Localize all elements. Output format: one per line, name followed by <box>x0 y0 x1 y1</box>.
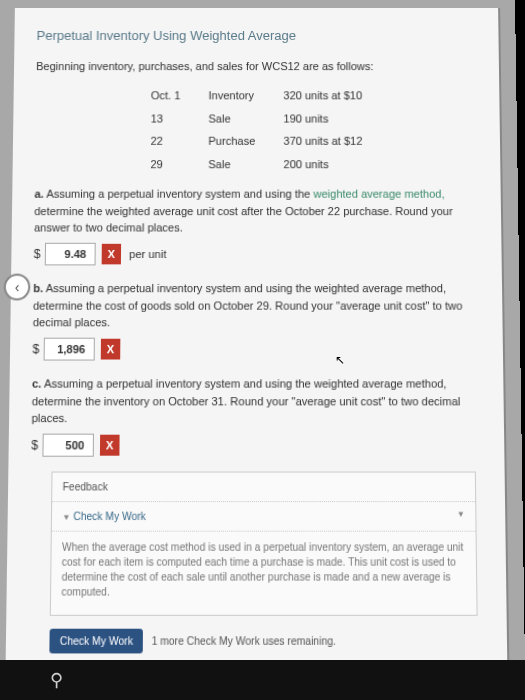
wrong-icon: X <box>100 338 120 359</box>
table-row: 29Sale200 units <box>136 152 377 175</box>
intro-text: Beginning inventory, purchases, and sale… <box>36 58 477 75</box>
feedback-body: When the average cost method is used in … <box>51 532 477 615</box>
table-row: Oct. 1Inventory320 units at $10 <box>137 84 377 107</box>
feedback-cmw-toggle[interactable]: ▼ Check My Work ▼ <box>52 502 476 532</box>
answer-input-a[interactable]: 9.48 <box>44 242 95 265</box>
answer-row-a: $ 9.48 X per unit <box>34 242 480 265</box>
feedback-panel: Feedback ▼ Check My Work ▼ When the aver… <box>50 471 478 615</box>
answer-row-c: $ 500 X <box>31 433 482 457</box>
caret-down-icon: ▼ <box>62 513 70 523</box>
caret-down-icon: ▼ <box>457 508 465 524</box>
search-icon[interactable]: ⚲ <box>50 669 63 691</box>
question-b: b. Assuming a perpetual inventory system… <box>33 280 480 331</box>
answer-row-b: $ 1,896 X <box>32 337 480 360</box>
check-my-work-row: Check My Work 1 more Check My Work uses … <box>49 629 478 654</box>
cursor-icon: ↖ <box>335 353 345 367</box>
wrong-icon: X <box>101 243 121 264</box>
question-c: c. Assuming a perpetual inventory system… <box>32 375 482 427</box>
feedback-head: Feedback <box>52 473 475 503</box>
table-row: 22Purchase370 units at $12 <box>136 130 376 153</box>
answer-input-b[interactable]: 1,896 <box>43 337 94 360</box>
answer-input-c[interactable]: 500 <box>42 433 94 457</box>
question-a: a. Assuming a perpetual inventory system… <box>34 186 479 237</box>
inventory-table: Oct. 1Inventory320 units at $10 13Sale19… <box>136 84 377 175</box>
page-title: Perpetual Inventory Using Weighted Avera… <box>36 26 476 46</box>
cmw-remaining: 1 more Check My Work uses remaining. <box>152 633 336 649</box>
check-my-work-button[interactable]: Check My Work <box>49 629 143 654</box>
chevron-left-icon: ‹ <box>15 279 20 295</box>
question-content: Perpetual Inventory Using Weighted Avera… <box>5 8 510 700</box>
taskbar: ⚲ <box>0 660 525 700</box>
table-row: 13Sale190 units <box>137 107 377 130</box>
wrong-icon: X <box>100 434 120 456</box>
